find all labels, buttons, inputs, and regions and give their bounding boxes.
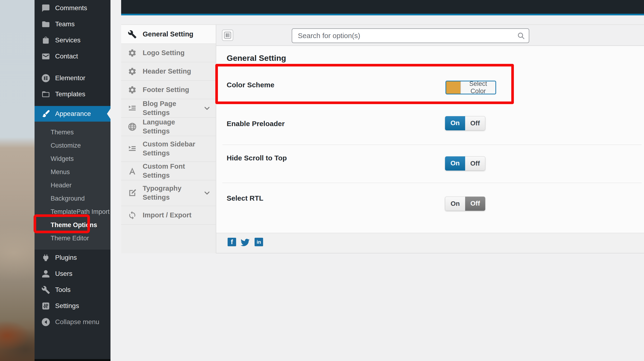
select-color-button[interactable]: Select Color — [446, 81, 496, 94]
toggle-on-option[interactable]: On — [445, 196, 465, 211]
tab-logo-setting[interactable]: Logo Setting — [121, 44, 216, 62]
tab-language-settings[interactable]: Language Settings — [121, 118, 216, 136]
select-color-label: Select Color — [461, 81, 496, 94]
sidebar-item-templates[interactable]: Templates — [34, 86, 110, 102]
sidebar-item-label: Contact — [55, 52, 78, 60]
sidebar-item-users[interactable]: Users — [34, 266, 110, 282]
menu-group-divider — [34, 64, 110, 70]
tab-typography-settings[interactable]: Typography Settings — [121, 180, 216, 206]
menu-group-divider — [34, 102, 110, 106]
panel-footer — [216, 233, 644, 253]
tab-label: Import / Export — [143, 211, 192, 220]
options-search — [292, 28, 529, 43]
row-divider — [222, 144, 642, 145]
sidebar-item-label: Tools — [55, 286, 70, 294]
sidebar-item-label: Plugins — [55, 254, 77, 262]
tab-blog-page-settings[interactable]: Blog Page Settings — [121, 99, 216, 118]
tab-custom-font-settings[interactable]: Custom Font Settings — [121, 162, 216, 180]
sidebar-item-comments[interactable]: Comments — [34, 0, 110, 16]
shopping-bag-icon — [42, 36, 50, 45]
toggle-off-option[interactable]: Off — [465, 116, 485, 130]
tab-import-export[interactable]: Import / Export — [121, 206, 216, 224]
submenu-item-templatepath-import[interactable]: TemplatePath Import — [34, 205, 110, 218]
elementor-icon — [42, 74, 50, 82]
submenu-item-theme-options[interactable]: Theme Options — [34, 218, 110, 232]
sidebar-bottom-strip — [34, 359, 110, 361]
search-input[interactable] — [292, 28, 529, 43]
sidebar-item-label: Collapse menu — [55, 318, 99, 326]
appearance-submenu: Themes Customize Widgets Menus Header Ba… — [34, 122, 110, 250]
collapse-arrow-icon — [42, 318, 50, 326]
admin-sidebar: Comments Teams Services Contact Elemento… — [34, 0, 110, 361]
tab-label: General Setting — [143, 30, 193, 39]
sidebar-item-services[interactable]: Services — [34, 32, 110, 48]
panel-toggle-button[interactable] — [222, 30, 233, 41]
sidebar-item-settings[interactable]: Settings — [34, 298, 110, 314]
twitter-icon[interactable] — [240, 238, 250, 247]
sidebar-item-teams[interactable]: Teams — [34, 16, 110, 32]
sidebar-item-label: Settings — [55, 302, 79, 310]
facebook-icon[interactable]: f — [228, 238, 236, 246]
tab-label: Footer Setting — [143, 86, 189, 94]
sidebar-item-label: Services — [55, 36, 80, 44]
envelope-icon — [42, 52, 50, 61]
gear-icon — [128, 86, 137, 94]
sidebar-item-appearance[interactable]: Appearance — [34, 106, 110, 122]
gear-icon — [128, 67, 137, 76]
tab-general-setting[interactable]: General Setting — [121, 25, 216, 44]
sync-icon — [128, 211, 137, 220]
submenu-item-theme-editor[interactable]: Theme Editor — [34, 232, 110, 245]
options-tab-list: General Setting Logo Setting Header Sett… — [121, 24, 216, 253]
admin-top-bar — [121, 0, 644, 14]
color-scheme-label: Color Scheme — [227, 81, 274, 89]
toggle-off-option[interactable]: Off — [465, 156, 485, 170]
indent-list-icon — [128, 144, 137, 153]
search-icon — [517, 32, 525, 40]
submenu-item-menus[interactable]: Menus — [34, 165, 110, 178]
tab-footer-setting[interactable]: Footer Setting — [121, 81, 216, 99]
sidebar-item-label: Elementor — [55, 74, 86, 82]
sidebar-item-plugins[interactable]: Plugins — [34, 250, 110, 266]
submenu-item-customize[interactable]: Customize — [34, 139, 110, 152]
row-divider — [222, 183, 642, 183]
tab-custom-sidebar-settings[interactable]: Custom Sidebar Settings — [121, 136, 216, 162]
select-rtl-label: Select RTL — [227, 194, 263, 202]
layout-icon — [224, 31, 232, 39]
toggle-off-option[interactable]: Off — [465, 196, 485, 211]
chevron-down-icon — [204, 190, 210, 196]
sidebar-item-elementor[interactable]: Elementor — [34, 70, 110, 86]
wrench-icon — [128, 30, 137, 39]
tab-header-setting[interactable]: Header Setting — [121, 62, 216, 81]
sidebar-item-collapse-menu[interactable]: Collapse menu — [34, 314, 110, 330]
submenu-item-themes[interactable]: Themes — [34, 126, 110, 139]
enable-preloader-toggle[interactable]: On Off — [445, 116, 485, 130]
select-rtl-toggle[interactable]: On Off — [445, 196, 485, 211]
desktop-wallpaper — [0, 0, 34, 361]
chevron-down-icon — [204, 105, 210, 112]
accent-blue-line — [121, 14, 644, 16]
tab-label: Logo Setting — [143, 48, 184, 58]
hide-scroll-to-top-label: Hide Scroll to Top — [227, 154, 287, 162]
submenu-item-header[interactable]: Header — [34, 178, 110, 192]
globe-icon — [128, 122, 137, 131]
linkedin-icon[interactable]: in — [254, 238, 263, 246]
sliders-icon — [42, 302, 50, 310]
enable-preloader-label: Enable Preloader — [227, 120, 284, 128]
submenu-item-widgets[interactable]: Widgets — [34, 152, 110, 165]
color-swatch — [446, 82, 461, 94]
folder-open-icon — [42, 90, 50, 99]
sidebar-item-label: Users — [55, 270, 72, 278]
user-icon — [42, 270, 50, 278]
sidebar-item-contact[interactable]: Contact — [34, 48, 110, 64]
edit-icon — [128, 188, 137, 198]
wrench-icon — [42, 286, 50, 294]
sidebar-item-label: Comments — [55, 4, 87, 12]
tab-label: Custom Font Settings — [143, 162, 201, 180]
submenu-item-background[interactable]: Background — [34, 192, 110, 205]
hide-scroll-to-top-toggle[interactable]: On Off — [445, 156, 485, 170]
sidebar-item-label: Teams — [55, 20, 74, 28]
tab-label: Custom Sidebar Settings — [143, 140, 201, 158]
toggle-on-option[interactable]: On — [445, 116, 465, 130]
sidebar-item-tools[interactable]: Tools — [34, 282, 110, 298]
toggle-on-option[interactable]: On — [445, 156, 465, 170]
